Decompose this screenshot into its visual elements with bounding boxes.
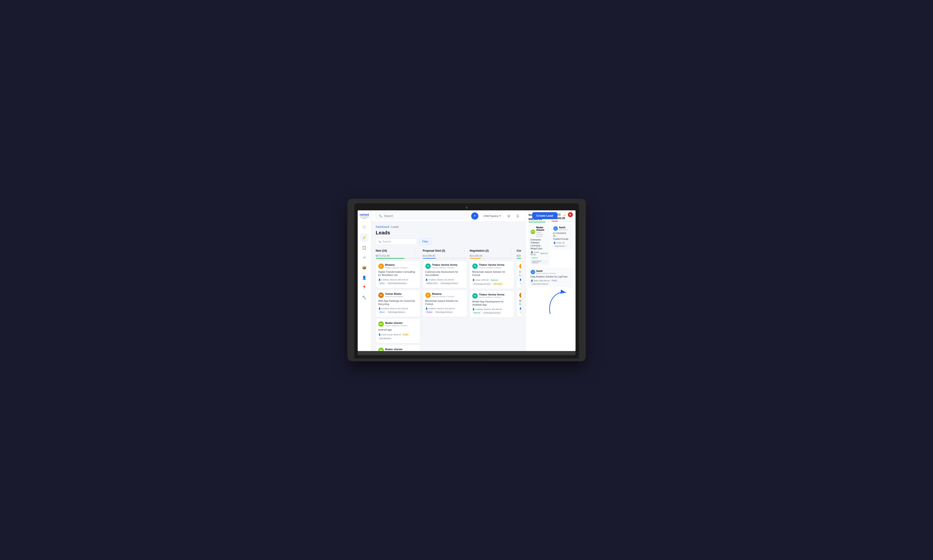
card-tags: Direct Technology Services xyxy=(378,311,417,314)
laptop-base xyxy=(358,351,576,355)
amount: $400.00 xyxy=(540,252,548,255)
kanban-col-new: New (10) + $372,612.00 xyxy=(376,248,420,351)
topbar: 🔍 + CRM Pipeline ▾ ⊞ ☰ xyxy=(371,210,526,222)
tag-affiliate: Affiliate Links xyxy=(519,311,521,314)
arrow-annotation xyxy=(546,289,573,316)
col-amount-new: $372,612.00 xyxy=(376,254,420,257)
card-proposal-2[interactable]: B Bhawna Netset Software Solution Blockc… xyxy=(423,290,467,317)
col-progress-new xyxy=(376,258,420,258)
card-meta: 👤 Anubhav Sharma $90,000.00 xyxy=(378,278,417,281)
profile-avatar[interactable]: R xyxy=(568,212,573,217)
panel-bottom-card[interactable]: S Sumit Netset Software Solution Data An… xyxy=(528,268,573,287)
card-contract-2[interactable]: TB Tushar Bhatia Telecommunications Mobi… xyxy=(517,290,521,317)
filter-button[interactable]: Filter xyxy=(419,238,432,245)
col-progress-negotiation xyxy=(470,258,514,258)
card-person: TB Tushar Bhatia Telecommunications xyxy=(378,292,417,298)
card-neg-1[interactable]: TV Thakur Varsha Verma Netset Software S… xyxy=(470,261,514,289)
nav-clipboard[interactable]: 📋 xyxy=(360,243,368,252)
search-bar[interactable]: 🔍 xyxy=(376,212,469,219)
amount: $200.00 xyxy=(394,334,401,336)
camera xyxy=(466,207,468,209)
person-company: Netset Software Solution xyxy=(432,295,454,298)
card-person: MS Madan sharam Netset Software Solution xyxy=(531,226,548,237)
card-contract-1[interactable]: B Bhawna Netset Software Solution Data A… xyxy=(517,261,521,288)
card-person: S Sumit Netset Software Solution xyxy=(531,270,571,274)
search-input[interactable] xyxy=(384,214,466,218)
nav-timer[interactable]: ⏱ xyxy=(360,223,368,232)
assignee: 👤 Anubhav Sharma xyxy=(378,308,397,310)
avatar: TB xyxy=(378,292,384,298)
card-person: B Bhawna Netset Software Solution xyxy=(378,263,417,269)
nav-tools[interactable]: 🔧 xyxy=(360,293,368,302)
tag-large-market: Large Market Business xyxy=(531,260,548,264)
person-company: Telecommunications xyxy=(385,295,404,298)
card-meta: 👤 Anubhav Sharma $12,000.00 xyxy=(378,308,417,310)
card-proposal-1[interactable]: TV Thakur Varsha Verma Netset Software S… xyxy=(423,261,467,288)
card-tags: Large Market Business xyxy=(531,283,571,285)
nav-mail[interactable]: ✉ xyxy=(360,254,368,262)
won-cards: MS Madan sharam Netset Software Solution… xyxy=(528,224,550,268)
nav-box[interactable]: 📦 xyxy=(360,263,368,272)
card-title: E-commerce Pl... FashionTrends xyxy=(553,232,571,240)
app-container: netset netset software solution ⏱ ⚡ 📋 ✉ … xyxy=(358,210,576,351)
card-title: Web App Redesign for GreenCity Recycling xyxy=(378,299,417,306)
breadcrumb-dashboard[interactable]: Dashboard xyxy=(376,225,389,229)
card-new-4[interactable]: MS Madan sharam Netset Software Solution xyxy=(376,345,420,351)
nav-user[interactable]: 👤 xyxy=(360,274,368,282)
grid-icon[interactable]: ⊞ xyxy=(506,213,512,219)
card-new-1[interactable]: B Bhawna Netset Software Solution Digita… xyxy=(376,261,420,288)
nav-location[interactable]: 📍 xyxy=(360,283,368,292)
filter-search[interactable]: 🔍 Search xyxy=(376,238,417,245)
card-meta: 👤 Anubhav Sharma $10,000.00 xyxy=(519,278,521,281)
menu-icon[interactable]: ☰ xyxy=(515,213,521,219)
add-proposal-btn[interactable]: + xyxy=(462,248,467,253)
card-person: MS Madan sharam Netset Software Solution xyxy=(378,348,417,351)
nav-crm[interactable]: ⚡ xyxy=(360,234,368,242)
person-company: Netset Software Solution xyxy=(536,272,556,274)
amount: $200.00 xyxy=(481,279,489,281)
tag-referral: Referral xyxy=(490,278,499,282)
assignee: 👤 Aman xyxy=(553,242,562,244)
assignee: 👤 Mohit xyxy=(531,280,539,282)
card-person: TV Thakur Varsha Verma Netset Software S… xyxy=(472,263,511,269)
assignee: 👤 Anubhav Sharma xyxy=(425,278,444,281)
won-lost-cards: MS Madan sharam Netset Software Solution… xyxy=(528,224,573,268)
card-tags: Referral Service Business xyxy=(519,282,521,285)
card-tags: Technology Services VIP Client xyxy=(472,283,511,285)
col-header-negotiation: Negotiation (2) + xyxy=(470,248,514,253)
avatar: B xyxy=(425,292,431,298)
col-header-proposal: Proposal Sent (2) + xyxy=(423,248,467,253)
card-title: Digital Transformation Consulting for Bl… xyxy=(378,270,417,277)
tag-tech: Technology Services xyxy=(482,311,502,314)
amount: $10,000.00 xyxy=(492,308,502,311)
card-neg-2[interactable]: TV Thakur Varsha Verma Netset Software S… xyxy=(470,291,514,318)
filter-bar: 🔍 Search Filter xyxy=(376,238,521,245)
tag-referral: Referral xyxy=(531,257,539,259)
content-area: Dashboard / Leads Leads 🔍 Search Filter xyxy=(371,222,526,351)
add-new-btn[interactable]: + xyxy=(416,248,420,253)
kanban-col-negotiation: Negotiation (2) + $10,200.00 TV xyxy=(470,248,514,351)
screen-bezel: 🌙 R Create Lead netset netset software s… xyxy=(354,203,579,358)
tag-phone: Phone xyxy=(551,279,558,282)
add-negotiation-btn[interactable]: + xyxy=(510,248,514,253)
card-title: Mobile CRM Solution for On-the-Go Sales … xyxy=(519,299,521,306)
person-name: Thakur Varsha Verma xyxy=(432,263,457,266)
card-person: S Sumit Netset Sof... xyxy=(553,226,571,231)
person-name: Madan sharam xyxy=(536,226,548,231)
dark-mode-icon[interactable]: 🌙 xyxy=(562,212,567,217)
create-lead-button[interactable]: Create Lead xyxy=(532,212,557,219)
col-progress-contract xyxy=(517,258,521,258)
lost-card-1[interactable]: S Sumit Netset Sof... E-commerce Pl... F… xyxy=(551,224,573,249)
crm-pipeline-dropdown[interactable]: CRM Pipeline ▾ xyxy=(481,213,503,218)
tag-email: Email xyxy=(402,333,409,336)
assignee: 👤 Anubhav Sharma xyxy=(519,308,521,310)
person-name: Thakur Varsha Verma xyxy=(479,263,505,266)
person-name: Thakur Varsha Verma xyxy=(479,293,505,296)
won-card-1[interactable]: MS Madan sharam Netset Software Solution… xyxy=(528,224,550,266)
add-button[interactable]: + xyxy=(471,212,479,220)
tag-tech: Technology Services xyxy=(434,311,453,314)
col-amount-proposal: $14,000.00 xyxy=(423,254,467,257)
card-new-3[interactable]: MS Madan sharam Netset Software Solution… xyxy=(376,319,420,343)
card-new-2[interactable]: TB Tushar Bhatia Telecommunications Web … xyxy=(376,290,420,317)
card-person: TV Thakur Varsha Verma Netset Software S… xyxy=(472,293,511,298)
